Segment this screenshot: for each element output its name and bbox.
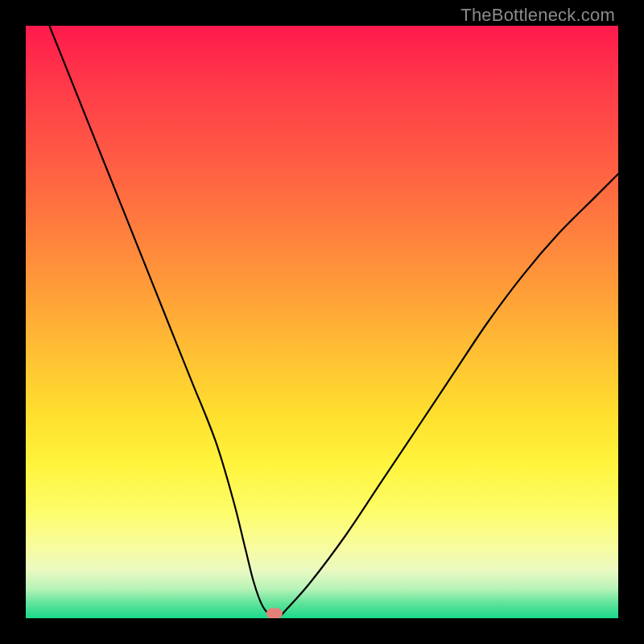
chart-frame: TheBottleneck.com [0, 0, 644, 644]
watermark-text: TheBottleneck.com [460, 5, 615, 26]
min-marker [266, 609, 283, 618]
bottleneck-curve [26, 26, 618, 618]
plot-area [26, 26, 618, 618]
